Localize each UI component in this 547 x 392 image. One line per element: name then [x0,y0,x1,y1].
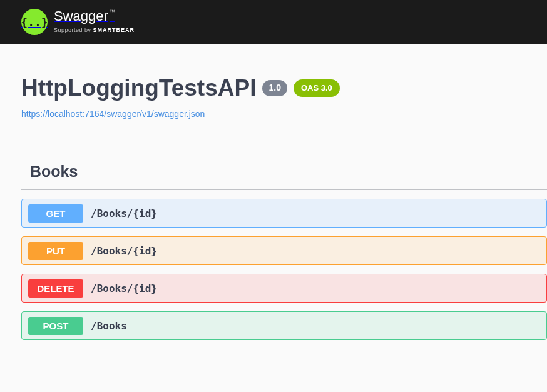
op-path: /Books/{id} [91,283,157,294]
spec-url-link[interactable]: https://localhost:7164/swagger/v1/swagge… [21,109,547,119]
api-version-badge: 1.0 [262,80,287,96]
oas-version-badge: OAS 3.0 [294,79,340,97]
op-method-badge: DELETE [28,279,83,298]
opblock-put[interactable]: PUT/Books/{id} [21,236,547,265]
op-path: /Books/{id} [91,208,157,219]
tag-heading[interactable]: Books [30,163,547,181]
op-method-badge: POST [28,317,83,335]
opblock-get[interactable]: GET/Books/{id} [21,199,547,228]
opblock-delete[interactable]: DELETE/Books/{id} [21,274,547,303]
operations-list: GET/Books/{id}PUT/Books/{id}DELETE/Books… [21,199,547,340]
api-title: HttpLoggingTestsAPI [21,75,256,101]
op-path: /Books/{id} [91,245,157,257]
swagger-logo-link[interactable]: {..} Swagger™ Supported by SMARTBEAR [21,9,135,35]
op-method-badge: GET [28,204,83,223]
swagger-logo-icon: {..} [21,9,48,35]
tag-divider [21,189,547,190]
topbar: {..} Swagger™ Supported by SMARTBEAR [0,0,547,44]
swagger-supported-by: Supported by SMARTBEAR [54,27,135,33]
api-header: HttpLoggingTestsAPI 1.0 OAS 3.0 [21,75,547,101]
op-path: /Books [91,320,127,332]
opblock-post[interactable]: POST/Books [21,311,547,340]
swagger-brand-name: Swagger™ [54,8,115,24]
op-method-badge: PUT [28,242,83,260]
